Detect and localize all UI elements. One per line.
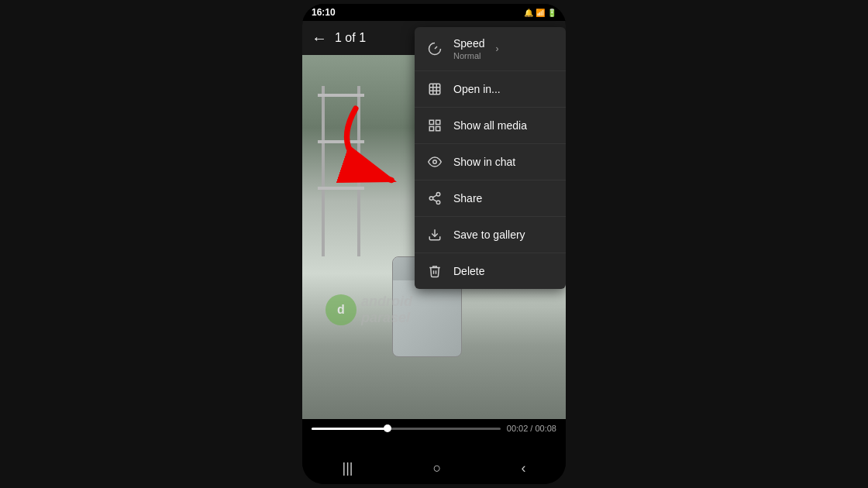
speed-icon	[427, 41, 443, 57]
watermark: d androidparasel	[326, 294, 412, 326]
svg-line-9	[432, 199, 436, 201]
progress-fill	[312, 428, 388, 430]
menu-item-save-to-gallery[interactable]: Save to gallery	[415, 217, 566, 253]
watermark-logo: d	[326, 294, 356, 325]
speed-sub: Normal	[453, 51, 484, 60]
progress-thumb	[384, 424, 391, 432]
svg-point-6	[436, 193, 440, 197]
phone-container: 16:10 🔔 📶 🔋 ← 1 of 1 Speed Norm	[302, 4, 566, 484]
progress-track[interactable]	[312, 428, 501, 430]
speed-arrow-icon: ›	[495, 43, 498, 54]
svg-rect-2	[436, 120, 440, 124]
nav-bar: ||| ○ ‹	[302, 455, 566, 484]
grid-icon	[427, 118, 443, 133]
recent-apps-icon[interactable]: |||	[343, 460, 353, 476]
status-time: 16:10	[312, 7, 336, 18]
eye-icon	[427, 154, 443, 170]
svg-rect-1	[429, 120, 433, 124]
menu-item-delete[interactable]: Delete	[415, 253, 566, 289]
menu-item-show-all-media[interactable]: Show all media	[415, 108, 566, 144]
status-bar: 16:10 🔔 📶 🔋	[302, 4, 566, 21]
alarm-icon: 🔔	[524, 9, 533, 17]
show-all-media-label: Show all media	[453, 119, 553, 132]
back-nav-icon[interactable]: ‹	[521, 460, 525, 476]
status-icons: 🔔 📶 🔋	[524, 9, 556, 17]
svg-point-7	[429, 197, 433, 201]
signal-icon: 📶	[536, 9, 545, 17]
show-in-chat-label: Show in chat	[453, 156, 553, 168]
svg-rect-0	[429, 84, 440, 95]
time-display: 00:02 / 00:08	[507, 424, 556, 433]
speed-label: Speed	[453, 37, 484, 50]
page-counter: 1 of 1	[335, 31, 366, 45]
svg-point-8	[436, 201, 440, 204]
save-to-gallery-label: Save to gallery	[453, 229, 553, 241]
share-icon	[427, 191, 443, 206]
bottom-bar: 00:02 / 00:08	[302, 419, 566, 455]
delete-label: Delete	[453, 265, 553, 277]
rack-illustration	[318, 86, 364, 256]
battery-icon: 🔋	[547, 9, 556, 17]
menu-item-open-in[interactable]: Open in...	[415, 71, 566, 108]
svg-line-10	[432, 195, 436, 198]
progress-row: 00:02 / 00:08	[312, 424, 556, 433]
context-menu: Speed Normal › Open in...	[415, 27, 566, 289]
svg-rect-4	[436, 127, 440, 131]
watermark-text: androidparasel	[361, 294, 412, 326]
top-bar: ← 1 of 1 Speed Normal ›	[302, 21, 566, 55]
menu-item-show-in-chat[interactable]: Show in chat	[415, 144, 566, 180]
share-label: Share	[453, 192, 553, 204]
menu-item-share[interactable]: Share	[415, 180, 566, 217]
menu-item-speed[interactable]: Speed Normal ›	[415, 27, 566, 71]
svg-rect-3	[429, 127, 433, 131]
back-button[interactable]: ←	[312, 29, 327, 47]
delete-icon	[427, 263, 443, 279]
open-in-icon	[427, 81, 443, 97]
open-in-label: Open in...	[453, 83, 553, 95]
save-icon	[427, 227, 443, 242]
speed-label-group: Speed Normal	[453, 37, 484, 60]
home-icon[interactable]: ○	[433, 460, 442, 476]
svg-point-5	[433, 160, 437, 164]
